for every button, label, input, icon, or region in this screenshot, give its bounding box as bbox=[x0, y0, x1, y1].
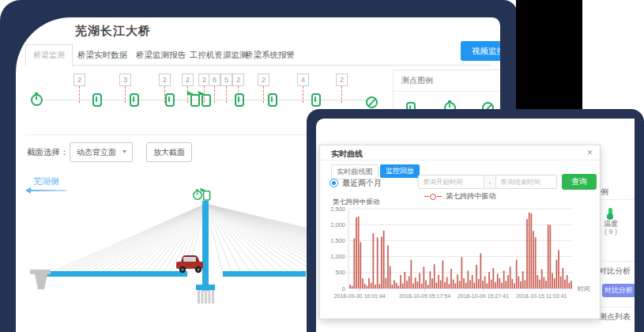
link-icon[interactable] bbox=[92, 93, 102, 107]
realtime-curve-modal: 实时曲线 × 实时曲线图 监控回放 最近两个月 - 查询 第七跨跨中振动 第七跨… bbox=[319, 145, 601, 319]
svg-text:2,500: 2,500 bbox=[330, 206, 345, 213]
tab-ipc-resource[interactable]: 工控机资源监测 bbox=[190, 50, 248, 61]
car bbox=[176, 255, 203, 273]
sensor-count-badge: 2 bbox=[159, 74, 171, 86]
sensor-dash-line bbox=[79, 86, 80, 103]
sensor-dash-line bbox=[303, 86, 303, 103]
wind-sensor-icon bbox=[203, 191, 211, 201]
video-monitor-button[interactable]: 视频监控 bbox=[461, 41, 500, 61]
stopwatch-icon[interactable] bbox=[31, 94, 43, 106]
vibration-chart: 第七跨跨中振动05001,0001,5002,0002,5002018-09-3… bbox=[325, 198, 600, 313]
point-legend-title: 测点图例 bbox=[401, 75, 433, 86]
sidebar-divider bbox=[597, 199, 635, 200]
pile-group bbox=[198, 290, 214, 304]
section-select-value: 动态背立面 bbox=[77, 147, 116, 158]
sidebar-divider bbox=[597, 261, 635, 262]
chevron-down-icon: ▼ bbox=[122, 149, 127, 154]
query-button[interactable]: 查询 bbox=[562, 174, 597, 190]
last-two-months-radio[interactable] bbox=[330, 179, 338, 187]
sensor-count-badge: 2 bbox=[182, 74, 194, 86]
wind-sensor-icon[interactable] bbox=[190, 94, 200, 107]
section-select-dropdown[interactable]: 动态背立面 ▼ bbox=[70, 142, 133, 162]
link-icon[interactable] bbox=[311, 93, 321, 107]
close-icon[interactable]: × bbox=[587, 147, 593, 158]
tab-realtime-data[interactable]: 桥梁实时数据 bbox=[77, 50, 127, 61]
svg-text:2018-10-15 11:03:41: 2018-10-15 11:03:41 bbox=[516, 293, 567, 299]
sensor-count-badge: 2 bbox=[232, 74, 244, 86]
wind-sensor-icon[interactable] bbox=[201, 94, 211, 107]
overlay-window: 例 温度 ( 9 ) 对比分析 对比分析 测点列表 实时曲线 × 实时曲线图 监… bbox=[316, 119, 635, 332]
svg-text:2,000: 2,000 bbox=[330, 221, 345, 228]
section-select-label: 截面选择： bbox=[27, 147, 69, 158]
last-two-months-label: 最近两个月 bbox=[342, 178, 382, 189]
sensor-dash-line bbox=[125, 86, 126, 103]
tab-monitor-report[interactable]: 桥梁监测报告 bbox=[136, 50, 186, 61]
tab-bridge-monitor[interactable]: 桥梁监测 bbox=[25, 44, 73, 66]
link-icon[interactable] bbox=[130, 93, 139, 107]
sensor-dash-line bbox=[263, 86, 264, 103]
tab-monitor-playback[interactable]: 监控回放 bbox=[380, 164, 420, 178]
sensor-count-badge: 2 bbox=[258, 74, 269, 86]
modal-title: 实时曲线 bbox=[331, 149, 363, 160]
sensor-dash-line bbox=[341, 86, 342, 103]
sensor-count-badge: 2 bbox=[73, 74, 85, 86]
sensor-count-badge: 4 bbox=[297, 74, 309, 86]
sensor-count-badge: 3 bbox=[119, 74, 131, 86]
left-abutment bbox=[30, 270, 51, 274]
sidebar-divider bbox=[597, 307, 635, 307]
black-band bbox=[516, 0, 582, 119]
svg-text:时间: 时间 bbox=[578, 285, 590, 292]
point-list-header: 测点列表 bbox=[599, 311, 631, 323]
query-start-time-input[interactable] bbox=[418, 175, 484, 189]
svg-text:0: 0 bbox=[342, 285, 345, 292]
link-icon[interactable] bbox=[235, 93, 244, 107]
sensor-count-badge: 2 bbox=[336, 74, 348, 86]
svg-text:第七跨跨中振动: 第七跨跨中振动 bbox=[333, 198, 380, 206]
thermometer-icon bbox=[608, 208, 612, 215]
svg-text:500: 500 bbox=[335, 269, 345, 276]
tab-system-alarm[interactable]: 桥梁系统报警 bbox=[245, 50, 295, 61]
temperature-count: ( 9 ) bbox=[604, 228, 617, 236]
stopwatch-icon bbox=[193, 191, 202, 200]
svg-text:2018-10-09 15:27:41: 2018-10-09 15:27:41 bbox=[458, 293, 509, 299]
ban-icon[interactable] bbox=[366, 96, 378, 108]
query-end-time-input[interactable] bbox=[495, 175, 557, 189]
link-icon[interactable] bbox=[165, 93, 175, 107]
bridge-side-label: 芜湖侧 bbox=[33, 175, 59, 187]
enlarge-section-button[interactable]: 放大截面 bbox=[146, 142, 192, 162]
screenshot-stage: 芜湖长江大桥 桥梁监测 桥梁实时数据 桥梁监测报告 工控机资源监测 桥梁系统报警… bbox=[0, 0, 644, 332]
page-title: 芜湖长江大桥 bbox=[75, 24, 151, 39]
range-separator: - bbox=[484, 175, 495, 189]
svg-text:1,000: 1,000 bbox=[330, 253, 345, 260]
modal-header-divider bbox=[320, 160, 600, 160]
svg-text:1,500: 1,500 bbox=[330, 237, 345, 244]
svg-text:2018-10-05 05:17:54: 2018-10-05 05:17:54 bbox=[399, 293, 450, 299]
tabbar-divider bbox=[25, 65, 491, 66]
svg-text:2018-09-30 16:01:44: 2018-09-30 16:01:44 bbox=[334, 293, 386, 299]
link-icon[interactable] bbox=[268, 93, 277, 107]
sensor-dash-line bbox=[226, 86, 227, 103]
sensor-count-badge: 5 bbox=[220, 74, 232, 86]
sensor-dash-line bbox=[214, 86, 215, 103]
compare-analysis-header: 对比分析 bbox=[599, 266, 631, 277]
sidebar-legend-header-clipped: 例 bbox=[601, 187, 608, 198]
compare-analysis-button[interactable]: 对比分析 bbox=[602, 284, 635, 297]
point-legend-divider bbox=[394, 91, 500, 92]
sensor-count-badge: 6 bbox=[209, 74, 220, 86]
